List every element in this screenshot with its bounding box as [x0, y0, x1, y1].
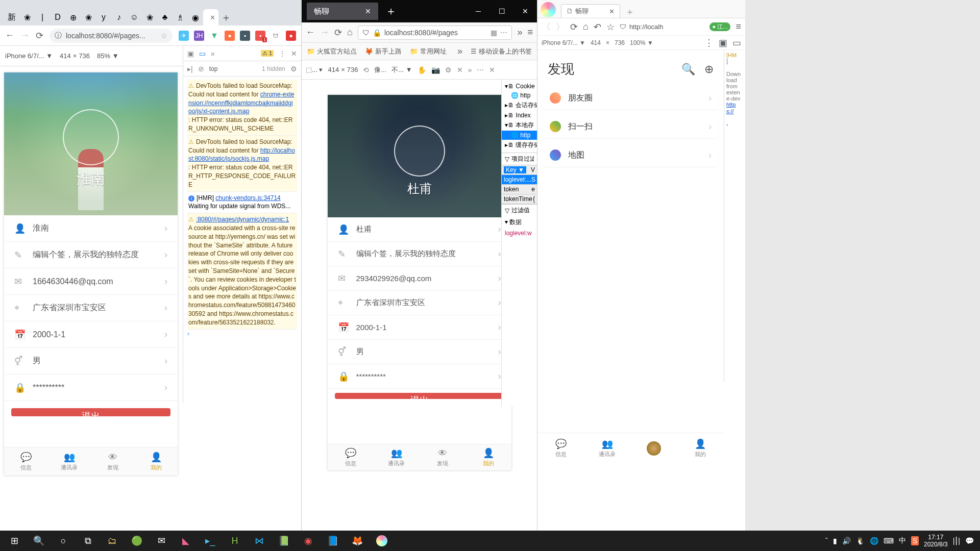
back-icon[interactable]: 〈	[542, 21, 551, 33]
value-filter[interactable]: ▽ 过滤值	[502, 204, 537, 216]
reload-icon[interactable]: ⟳	[570, 21, 578, 33]
tree-row[interactable]: 🌐 http	[502, 131, 537, 140]
overflow-icon[interactable]: »	[517, 27, 522, 38]
clear-icon[interactable]: ⊘	[198, 65, 204, 73]
device-select[interactable]: iPhone 6/7/... ▼	[5, 52, 53, 60]
ext-icon[interactable]: ●	[286, 31, 296, 41]
filter-row[interactable]: ▽ 项目过滤器	[502, 153, 537, 165]
reload-icon[interactable]: ⟳	[334, 27, 342, 38]
profile-row[interactable]: ⚥男›	[4, 348, 178, 374]
console-prompt[interactable]: ›	[726, 121, 728, 128]
inspect-icon[interactable]: ▣	[187, 49, 194, 58]
new-tab-button[interactable]: ＋	[218, 9, 234, 26]
nav-item[interactable]: 💬信息	[537, 433, 584, 463]
star-icon[interactable]: ☆	[161, 32, 167, 40]
sidebar-toggle-icon[interactable]: ▸|	[187, 65, 193, 73]
ext-vue-icon[interactable]: ▼	[209, 31, 219, 41]
tab[interactable]: ☺	[127, 9, 142, 26]
vscode-icon[interactable]: ⋈	[247, 531, 272, 551]
url-bar[interactable]: 🛡 🔒 localhost:8080/#/pages ▦ ⋯	[358, 26, 512, 40]
logout-button[interactable]: 退出	[11, 408, 170, 416]
tree-row[interactable]: ▾🗎 Cookie	[502, 82, 537, 91]
profile-row[interactable]: 👤杜甫›	[328, 217, 511, 242]
table-row[interactable]: loglevel:...S	[502, 175, 537, 185]
hbuilder-icon[interactable]: H	[223, 531, 247, 551]
nav-item[interactable]: 👁发现	[91, 447, 134, 475]
app-icon[interactable]: 📗	[272, 531, 296, 551]
gear-icon[interactable]: ⚙	[290, 65, 297, 73]
device-select[interactable]: ⬚... ▾	[306, 66, 323, 73]
tree-row[interactable]: ▸🗎 缓存存储	[502, 140, 537, 151]
mail-icon[interactable]: ✉	[149, 531, 174, 551]
console-prompt[interactable]: ›	[187, 330, 297, 338]
avatar[interactable]	[394, 126, 445, 177]
inspect-icon[interactable]: ▣	[719, 37, 727, 48]
nav-item[interactable]	[631, 433, 677, 463]
profile-row[interactable]: 👤淮南›	[4, 215, 178, 242]
close-icon[interactable]: ✕	[210, 14, 215, 21]
badge[interactable]: ● 江...	[709, 22, 731, 31]
explorer-icon[interactable]: 🗂	[100, 531, 125, 551]
table-row[interactable]: tokene	[502, 185, 537, 194]
tab[interactable]: ♗	[173, 9, 188, 26]
ime-icon[interactable]: ⌨	[884, 537, 894, 545]
tab-active[interactable]: 畅聊 ✕	[307, 3, 378, 20]
taskview-icon[interactable]: ⧉	[76, 531, 100, 551]
ext-icon[interactable]: ▪1	[255, 31, 265, 41]
tray-icon[interactable]: |⎮|	[953, 537, 960, 545]
tab[interactable]: |	[35, 9, 50, 26]
more-icon[interactable]: ⋯	[477, 66, 484, 74]
tab[interactable]: ❀	[81, 9, 96, 26]
app-icon[interactable]: ◣	[174, 531, 198, 551]
start-button[interactable]: ⊞	[2, 531, 27, 551]
qr-icon[interactable]: ▦	[491, 29, 497, 37]
nav-item[interactable]: 👤我的	[465, 444, 511, 470]
zoom-select[interactable]: 100% ▼	[630, 39, 653, 46]
tab[interactable]: ❀	[19, 9, 35, 26]
ext-icon[interactable]: ᗢ	[271, 31, 281, 41]
tab[interactable]: 新	[4, 9, 19, 26]
gear-icon[interactable]: ⚙	[445, 66, 452, 74]
bookmark[interactable]: 📁火狐官方站点	[307, 47, 357, 56]
profile-row[interactable]: ✉2934029926@qq.com›	[328, 266, 511, 291]
profile-row[interactable]: 📅2000-1-1›	[328, 315, 511, 340]
plus-icon[interactable]: ⊕	[704, 63, 714, 76]
console-link[interactable]: chrome-extension://ncennffkjdiamlpmcbajk…	[188, 91, 294, 115]
tree-row[interactable]: 🌐 http	[502, 91, 537, 100]
nav-item[interactable]: 💬信息	[328, 444, 374, 470]
table-row[interactable]: tokenTime{	[502, 194, 537, 204]
star-icon[interactable]: ☆	[606, 21, 615, 33]
tab[interactable]: ♪	[111, 9, 127, 26]
url-bar[interactable]: 🛡 http://localh	[620, 23, 704, 31]
rotate-icon[interactable]: ⟲	[363, 66, 369, 74]
app-icon[interactable]: ◉	[296, 531, 321, 551]
profile-row[interactable]: ✉1664630446@qq.com›	[4, 268, 178, 295]
search-icon[interactable]: 🔍	[681, 63, 695, 76]
device-select[interactable]: iPhone 6/7/... ▼	[542, 39, 585, 46]
nav-item[interactable]: 👥通讯录	[584, 433, 630, 463]
profile-row[interactable]: ⌖广东省深圳市宝安区›	[328, 291, 511, 315]
ext-icon[interactable]: ✈	[179, 31, 189, 41]
close-icon[interactable]: ✕	[489, 66, 495, 74]
nav-item[interactable]: 💬信息	[4, 447, 47, 475]
height-input[interactable]: 736	[347, 66, 358, 73]
nav-item[interactable]: 👤我的	[134, 447, 178, 475]
back-icon[interactable]: ←	[5, 30, 14, 41]
minimize-button[interactable]: ─	[467, 0, 490, 22]
pixel-ratio[interactable]: 像...	[374, 65, 386, 74]
logout-button[interactable]: 退出	[335, 393, 504, 399]
reload-icon[interactable]: ⟳	[36, 30, 43, 41]
tab[interactable]: ♣	[157, 9, 173, 26]
width-input[interactable]: 414	[591, 39, 601, 46]
browser-logo-icon[interactable]	[541, 2, 556, 17]
tab-active[interactable]: 🗋 畅聊 ✕	[561, 4, 620, 18]
notepad-icon[interactable]: 📘	[321, 531, 345, 551]
discover-item[interactable]: 朋友圈›	[543, 86, 719, 110]
context-select[interactable]: top	[209, 65, 218, 72]
bookmark[interactable]: 📁常用网址	[410, 47, 447, 56]
bookmark-mobile[interactable]: ☰ 移动设备上的书签	[471, 47, 532, 56]
width-input[interactable]: 414	[328, 66, 339, 73]
network-icon[interactable]: 🌐	[870, 537, 878, 545]
home-icon[interactable]: ⌂	[347, 27, 353, 38]
nav-item[interactable]: 👥通讯录	[374, 444, 420, 470]
